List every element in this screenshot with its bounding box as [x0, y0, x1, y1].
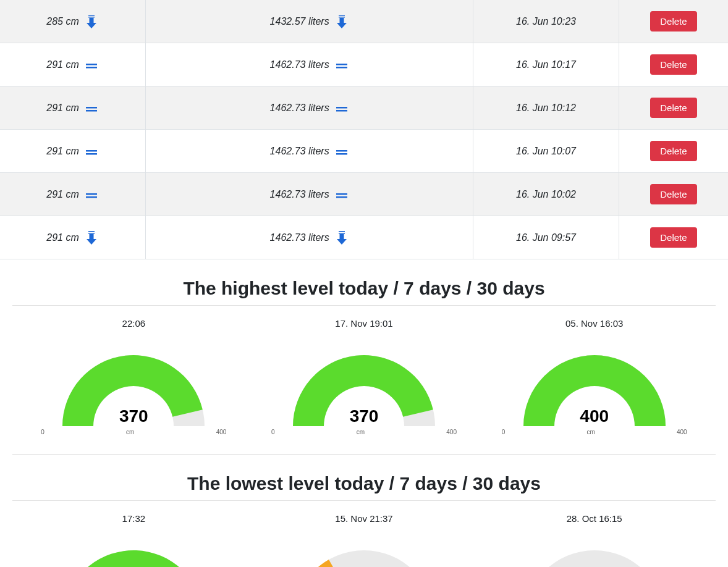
- volume-value: 1432.57 liters: [270, 16, 329, 27]
- action-cell: Delete: [619, 43, 728, 86]
- svg-rect-1: [88, 17, 95, 18]
- svg-rect-14: [86, 150, 97, 152]
- arrow-down-icon: [334, 14, 349, 29]
- delete-button[interactable]: Delete: [650, 11, 696, 32]
- svg-rect-23: [88, 233, 95, 234]
- gauge: 364: [41, 529, 226, 567]
- divider: [12, 454, 716, 455]
- gauge-time: 22:06: [25, 318, 243, 329]
- volume-cell: 1462.73 liters: [146, 43, 473, 86]
- table-row: 291 cm 1462.73 liters 16. Jun 10:12 Dele…: [0, 86, 728, 130]
- arrow-down-icon: [334, 230, 349, 245]
- stable-icon: [84, 104, 99, 112]
- gauge-card: 15. Nov 21:37 134 0 cm 400: [255, 513, 473, 567]
- svg-rect-13: [336, 110, 347, 112]
- svg-rect-22: [88, 231, 95, 232]
- svg-rect-8: [336, 64, 347, 65]
- stable-icon: [84, 148, 99, 155]
- svg-rect-6: [86, 64, 97, 65]
- volume-value: 1462.73 liters: [270, 103, 329, 114]
- stable-icon: [334, 191, 349, 198]
- svg-rect-11: [86, 110, 97, 112]
- level-cell: 291 cm: [0, 43, 146, 86]
- level-value: 291 cm: [46, 103, 78, 114]
- arrow-down-icon: [84, 14, 99, 29]
- svg-rect-12: [336, 107, 347, 109]
- stable-icon: [334, 148, 349, 155]
- svg-rect-4: [339, 17, 345, 18]
- delete-button[interactable]: Delete: [650, 227, 696, 248]
- gauge-scale: 0 cm 400: [271, 429, 457, 435]
- lowest-title: The lowest level today / 7 days / 30 day…: [12, 473, 716, 494]
- gauge-unit: cm: [586, 429, 595, 435]
- timestamp-cell: 16. Jun 10:12: [473, 86, 619, 130]
- svg-rect-10: [86, 107, 97, 109]
- lowest-gauges: 17:32 364 0 cm 400 15. Nov 21:37: [12, 513, 716, 567]
- svg-rect-16: [336, 150, 347, 152]
- level-cell: 291 cm: [0, 86, 146, 130]
- delete-button[interactable]: Delete: [650, 184, 696, 204]
- svg-rect-7: [86, 67, 97, 69]
- gauge: 400: [502, 334, 687, 426]
- action-cell: Delete: [619, 216, 728, 259]
- gauge-value: 370: [271, 406, 457, 426]
- gauge-card: 28. Oct 16:15 30 0 cm 400: [485, 513, 703, 567]
- stable-icon: [334, 104, 349, 112]
- svg-rect-2: [89, 18, 93, 23]
- gauge: 370: [271, 334, 457, 426]
- level-cell: 291 cm: [0, 130, 146, 173]
- action-cell: Delete: [619, 0, 728, 43]
- highest-gauges: 22:06 370 0 cm 400 17. Nov 19:01: [12, 318, 716, 435]
- gauge-min: 0: [271, 429, 275, 435]
- gauge-unit: cm: [126, 429, 134, 435]
- arrow-down-icon: [84, 230, 99, 245]
- gauge-time: 15. Nov 21:37: [255, 513, 473, 524]
- gauge-card: 22:06 370 0 cm 400: [25, 318, 243, 435]
- delete-button[interactable]: Delete: [650, 141, 696, 161]
- svg-rect-0: [88, 15, 95, 16]
- gauge-card: 17:32 364 0 cm 400: [25, 513, 243, 567]
- svg-rect-9: [336, 67, 347, 69]
- svg-rect-21: [336, 196, 347, 198]
- delete-button[interactable]: Delete: [650, 98, 696, 118]
- gauge: 134: [271, 529, 457, 567]
- gauge-value: 400: [502, 406, 687, 426]
- gauge-time: 17. Nov 19:01: [255, 318, 473, 329]
- svg-rect-27: [339, 234, 344, 240]
- table-row: 291 cm 1462.73 liters 16. Jun 10:07 Dele…: [0, 130, 728, 173]
- level-value: 285 cm: [46, 16, 78, 27]
- gauge: 30: [502, 529, 687, 567]
- svg-rect-26: [339, 233, 345, 234]
- divider: [12, 500, 716, 501]
- table-row: 291 cm 1462.73 liters 16. Jun 10:17 Dele…: [0, 43, 728, 86]
- gauge-max: 400: [216, 429, 227, 435]
- svg-rect-15: [86, 153, 97, 155]
- level-value: 291 cm: [46, 189, 78, 200]
- gauge-max: 400: [677, 429, 687, 435]
- table-row: 285 cm 1432.57 liters 16. Jun 10:23 Dele…: [0, 0, 728, 43]
- action-cell: Delete: [619, 130, 728, 173]
- level-value: 291 cm: [46, 232, 78, 243]
- volume-cell: 1432.57 liters: [146, 0, 473, 43]
- svg-rect-19: [86, 196, 97, 198]
- timestamp-cell: 16. Jun 09:57: [473, 216, 619, 259]
- gauge-max: 400: [446, 429, 457, 435]
- lowest-section: The lowest level today / 7 days / 30 day…: [12, 473, 716, 567]
- volume-value: 1462.73 liters: [270, 232, 329, 243]
- gauge-time: 17:32: [25, 513, 243, 524]
- readings-table: 285 cm 1432.57 liters 16. Jun 10:23 Dele…: [0, 0, 728, 259]
- gauge-time: 28. Oct 16:15: [485, 513, 703, 524]
- stable-icon: [84, 61, 99, 69]
- level-cell: 291 cm: [0, 216, 146, 259]
- gauge-time: 05. Nov 16:03: [485, 318, 703, 329]
- timestamp-cell: 16. Jun 10:17: [473, 43, 619, 86]
- volume-cell: 1462.73 liters: [146, 86, 473, 130]
- stable-icon: [334, 61, 349, 69]
- volume-cell: 1462.73 liters: [146, 130, 473, 173]
- volume-value: 1462.73 liters: [270, 146, 329, 157]
- stable-icon: [84, 191, 99, 198]
- timestamp-cell: 16. Jun 10:23: [473, 0, 619, 43]
- delete-button[interactable]: Delete: [650, 54, 696, 75]
- level-value: 291 cm: [46, 146, 78, 157]
- gauge-card: 17. Nov 19:01 370 0 cm 400: [255, 318, 473, 435]
